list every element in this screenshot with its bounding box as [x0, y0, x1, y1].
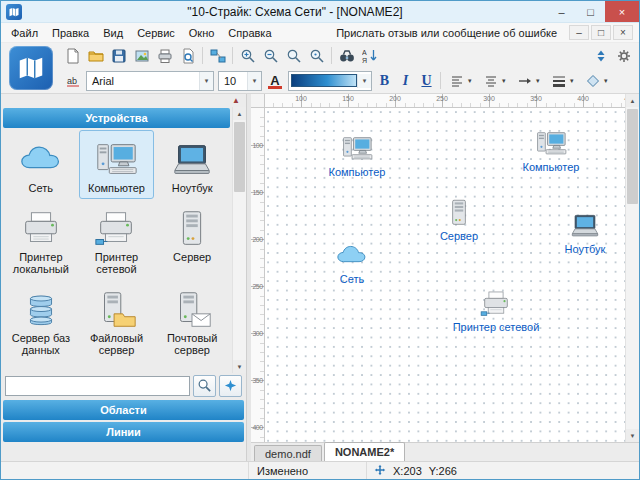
- new-document-icon[interactable]: [61, 45, 84, 66]
- palette-item-partial-1[interactable]: [79, 361, 155, 373]
- palette-item-file-server[interactable]: Файловый сервер: [79, 280, 155, 361]
- canvas-node[interactable]: Ноутбук: [535, 211, 625, 255]
- lines-section-header[interactable]: Линии: [3, 422, 244, 442]
- menu-view[interactable]: Вид: [96, 25, 130, 41]
- chevron-down-icon[interactable]: ▾: [570, 77, 579, 85]
- canvas-scrollbar[interactable]: ▲ ▼: [625, 94, 639, 442]
- palette-item-printer-local[interactable]: Принтер локальный: [3, 199, 79, 280]
- print-preview-icon[interactable]: [176, 45, 199, 66]
- zoom-in-icon[interactable]: [236, 45, 259, 66]
- palette-item-partial-0[interactable]: [3, 361, 79, 373]
- color-swatch: [291, 74, 357, 87]
- network-scan-icon[interactable]: [206, 45, 229, 66]
- advanced-search-button[interactable]: [219, 375, 242, 397]
- collapse-panel-icon[interactable]: ▲: [232, 97, 240, 105]
- mdi-close-button[interactable]: ×: [613, 25, 633, 40]
- line-style-icon-group[interactable]: ▾: [547, 70, 579, 91]
- scroll-down-icon[interactable]: ▼: [626, 429, 639, 442]
- chevron-down-icon[interactable]: ▾: [502, 77, 511, 85]
- diagram-canvas[interactable]: КомпьютерКомпьютерСерверНоутбукСетьПринт…: [265, 108, 625, 442]
- arrow-line-icon-group[interactable]: ▾: [513, 70, 545, 91]
- chevron-down-icon[interactable]: ▾: [536, 77, 545, 85]
- menu-file[interactable]: Файл: [4, 25, 45, 41]
- underline-button[interactable]: U: [416, 70, 437, 91]
- font-family-select[interactable]: Arial ▾: [86, 71, 214, 91]
- menu-help[interactable]: Справка: [221, 25, 278, 41]
- palette-item-mail-server[interactable]: Почтовый сервер: [154, 280, 230, 361]
- reorder-arrows-icon[interactable]: [589, 45, 612, 66]
- modified-status: Изменено: [249, 462, 367, 479]
- devices-section-header[interactable]: Устройства: [3, 108, 230, 128]
- areas-section-header[interactable]: Области: [3, 400, 244, 420]
- close-button[interactable]: ×: [605, 1, 639, 22]
- canvas-node[interactable]: Сеть: [302, 241, 402, 285]
- align-left-icon: [445, 70, 468, 91]
- italic-button[interactable]: I: [395, 70, 416, 91]
- zoom-out-icon[interactable]: [259, 45, 282, 66]
- font-color-button[interactable]: A: [264, 70, 286, 91]
- palette-item-laptop[interactable]: Ноутбук: [154, 130, 230, 199]
- ruler-number: 200: [251, 236, 264, 243]
- find-icon[interactable]: [335, 45, 358, 66]
- ruler-number: 100: [295, 95, 307, 102]
- bold-button[interactable]: B: [374, 70, 395, 91]
- menu-window[interactable]: Окно: [182, 25, 222, 41]
- feedback-link[interactable]: Прислать отзыв или сообщение об ошибке: [336, 27, 567, 39]
- palette-scrollbar[interactable]: ▲ ▼: [232, 107, 246, 373]
- palette-item-server[interactable]: Сервер: [154, 199, 230, 280]
- menu-edit[interactable]: Правка: [45, 25, 96, 41]
- palette-search-input[interactable]: [5, 376, 190, 396]
- font-size-select[interactable]: 10 ▾: [218, 71, 262, 91]
- db-server-icon: [17, 289, 65, 331]
- computer-icon: [534, 129, 568, 159]
- canvas-node-label: Принтер сетевой: [453, 321, 540, 333]
- canvas-node[interactable]: Компьютер: [501, 129, 601, 173]
- menubar: Файл Правка Вид Сервис Окно Справка Прис…: [1, 23, 639, 43]
- chevron-down-icon[interactable]: ▾: [604, 77, 613, 85]
- canvas-node-label: Ноутбук: [565, 243, 606, 255]
- minimize-button[interactable]: –: [547, 1, 576, 22]
- open-folder-icon[interactable]: [84, 45, 107, 66]
- canvas-node[interactable]: Сервер: [409, 198, 509, 242]
- print-icon[interactable]: [153, 45, 176, 66]
- scroll-up-icon[interactable]: ▲: [626, 94, 639, 107]
- mdi-restore-button[interactable]: □: [591, 25, 611, 40]
- scroll-up-icon[interactable]: ▲: [233, 107, 246, 120]
- zoom-actual-icon[interactable]: [305, 45, 328, 66]
- chevron-down-icon: ▾: [357, 74, 371, 88]
- node-shape-icon-group[interactable]: ▾: [581, 70, 613, 91]
- computer-icon: [92, 139, 140, 181]
- align-left-icon-group[interactable]: ▾: [445, 70, 477, 91]
- palette-item-network[interactable]: Сеть: [3, 130, 79, 199]
- scrollbar-thumb[interactable]: [234, 122, 245, 192]
- line-style-icon: [547, 70, 570, 91]
- palette-item-printer-network[interactable]: Принтер сетевой: [79, 199, 155, 280]
- canvas-node[interactable]: Компьютер: [307, 134, 407, 178]
- mdi-minimize-button[interactable]: –: [569, 25, 589, 40]
- tab-NONAME2*[interactable]: NONAME2*: [324, 442, 405, 461]
- palette-item-computer[interactable]: Компьютер: [79, 130, 155, 199]
- zoom-fit-icon[interactable]: [282, 45, 305, 66]
- canvas-node[interactable]: Принтер сетевой: [446, 289, 546, 333]
- sort-icon[interactable]: АЯ: [358, 45, 381, 66]
- maximize-button[interactable]: □: [576, 1, 605, 22]
- chevron-down-icon[interactable]: ▾: [468, 77, 477, 85]
- toolbar-format: ab Arial ▾ 10 ▾ A ▾ B I U ▾▾▾▾▾: [59, 68, 639, 93]
- align-center-icon: [479, 70, 502, 91]
- line-color-select[interactable]: ▾: [288, 71, 372, 91]
- menu-service[interactable]: Сервис: [130, 25, 182, 41]
- align-center-icon-group[interactable]: ▾: [479, 70, 511, 91]
- mail-server-icon: [168, 289, 216, 331]
- settings-gear-icon[interactable]: [612, 45, 635, 66]
- app-logo-icon: [6, 4, 22, 20]
- save-icon[interactable]: [107, 45, 130, 66]
- scroll-down-icon[interactable]: ▼: [233, 360, 246, 373]
- scrollbar-thumb[interactable]: [627, 109, 638, 204]
- palette-item-partial-2[interactable]: [154, 361, 230, 373]
- ruler-number: 300: [483, 95, 495, 102]
- canvas-node-label: Компьютер: [523, 161, 580, 173]
- palette-item-db-server[interactable]: Сервер баз данных: [3, 280, 79, 361]
- export-image-icon[interactable]: [130, 45, 153, 66]
- search-button[interactable]: [193, 375, 216, 397]
- tab-demo.ndf[interactable]: demo.ndf: [254, 445, 322, 461]
